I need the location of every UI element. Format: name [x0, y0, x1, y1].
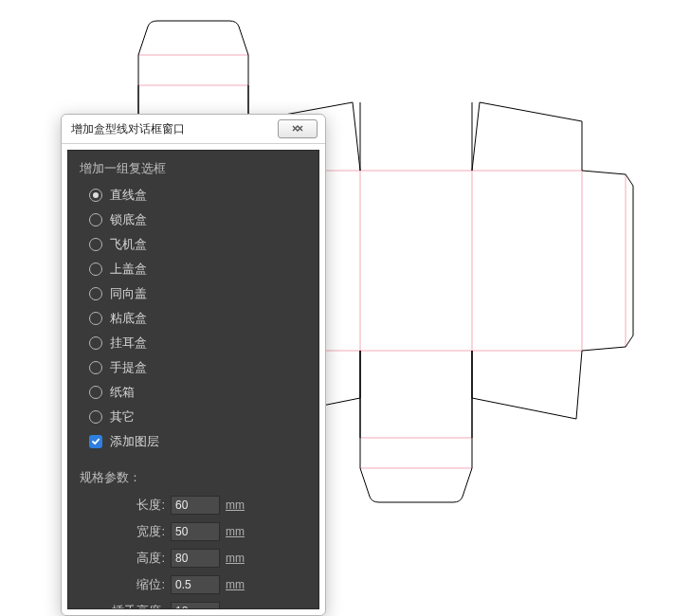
radio-icon[interactable] [89, 410, 102, 424]
check-icon [91, 437, 100, 446]
close-icon [290, 124, 305, 134]
box-type-option[interactable]: 直线盒 [80, 183, 307, 208]
param-unit: mm [226, 578, 245, 591]
box-type-option[interactable]: 其它 [80, 405, 307, 429]
box-type-label: 同向盖 [110, 285, 147, 302]
box-type-option[interactable]: 飞机盒 [80, 232, 307, 257]
box-type-label: 飞机盒 [110, 236, 147, 253]
dialog-title: 增加盒型线对话框窗口 [71, 121, 278, 137]
params-label: 规格参数： [80, 469, 307, 486]
radio-icon[interactable] [89, 287, 102, 300]
radio-icon[interactable] [89, 386, 102, 399]
params-section: 规格参数： 长度:mm宽度:mm高度:mm缩位:mm插舌高度:mm粘口宽度:mm [80, 469, 307, 609]
param-label: 宽度: [80, 523, 165, 540]
param-input[interactable] [171, 522, 220, 541]
options-group-label: 增加一组复选框 [80, 160, 307, 177]
param-row: 插舌高度:mm [80, 598, 307, 609]
box-type-option[interactable]: 上盖盒 [80, 257, 307, 281]
param-input[interactable] [171, 496, 220, 515]
param-row: 长度:mm [80, 492, 307, 518]
box-type-option[interactable]: 锁底盒 [80, 208, 307, 232]
box-type-option[interactable]: 同向盖 [80, 281, 307, 306]
radio-icon[interactable] [89, 336, 102, 350]
param-row: 高度:mm [80, 545, 307, 571]
param-label: 高度: [80, 550, 165, 567]
radio-icon[interactable] [89, 238, 102, 251]
box-type-label: 直线盒 [110, 187, 147, 204]
radio-icon[interactable] [89, 213, 102, 226]
param-label: 长度: [80, 497, 165, 514]
param-input[interactable] [171, 575, 220, 594]
param-unit: mm [226, 498, 245, 512]
box-type-option[interactable]: 纸箱 [80, 380, 307, 405]
params-list: 长度:mm宽度:mm高度:mm缩位:mm插舌高度:mm粘口宽度:mm [80, 492, 307, 609]
param-row: 宽度:mm [80, 518, 307, 545]
param-input[interactable] [171, 602, 220, 609]
param-unit: mm [226, 525, 245, 538]
add-layer-label: 添加图层 [110, 433, 159, 450]
param-row: 缩位:mm [80, 571, 307, 598]
param-input[interactable] [171, 549, 220, 568]
add-layer-checkbox[interactable] [89, 435, 102, 448]
add-box-dialog: 增加盒型线对话框窗口 增加一组复选框 直线盒锁底盒飞机盒上盖盒同向盖粘底盒挂耳盒… [61, 114, 326, 616]
box-type-label: 其它 [110, 408, 135, 426]
dialog-panel: 增加一组复选框 直线盒锁底盒飞机盒上盖盒同向盖粘底盒挂耳盒手提盒纸箱其它 添加图… [67, 150, 319, 609]
dialog-titlebar[interactable]: 增加盒型线对话框窗口 [62, 115, 325, 144]
box-type-radio-group: 直线盒锁底盒飞机盒上盖盒同向盖粘底盒挂耳盒手提盒纸箱其它 [80, 183, 307, 429]
close-button[interactable] [278, 119, 318, 138]
param-unit: mm [226, 605, 245, 609]
box-type-label: 手提盒 [110, 359, 147, 376]
param-label: 插舌高度: [80, 603, 165, 609]
box-type-label: 上盖盒 [110, 261, 147, 278]
add-layer-checkbox-row[interactable]: 添加图层 [80, 429, 307, 454]
radio-icon[interactable] [89, 189, 102, 202]
box-type-label: 粘底盒 [110, 310, 147, 327]
box-type-label: 纸箱 [110, 384, 135, 401]
box-type-option[interactable]: 手提盒 [80, 355, 307, 380]
box-type-option[interactable]: 粘底盒 [80, 306, 307, 331]
box-type-option[interactable]: 挂耳盒 [80, 331, 307, 355]
param-label: 缩位: [80, 576, 165, 593]
radio-icon[interactable] [89, 263, 102, 276]
box-type-label: 挂耳盒 [110, 335, 147, 352]
radio-icon[interactable] [89, 312, 102, 325]
radio-icon[interactable] [89, 361, 102, 374]
param-unit: mm [226, 552, 245, 565]
box-type-label: 锁底盒 [110, 211, 147, 228]
